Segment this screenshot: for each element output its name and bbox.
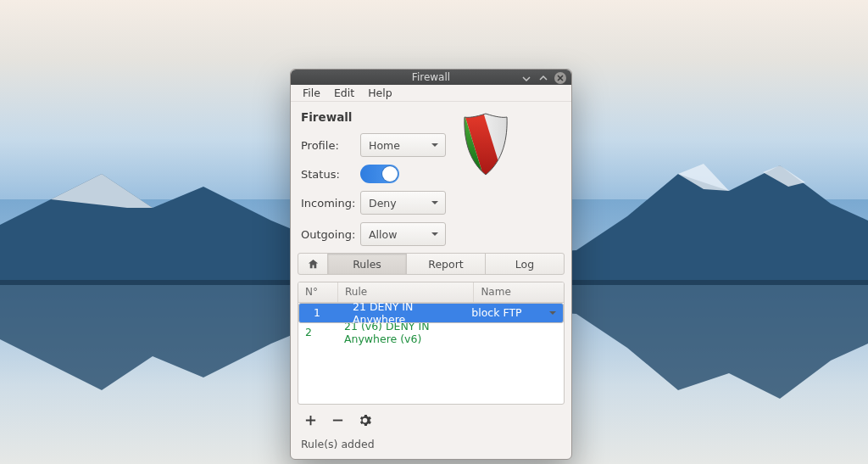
table-row[interactable]: 221 (v6) DENY IN Anywhere (v6) bbox=[298, 323, 564, 342]
tab-log[interactable]: Log bbox=[486, 254, 564, 273]
status-bar: Rule(s) added bbox=[301, 438, 561, 450]
shield-icon bbox=[461, 112, 510, 178]
cell-number: 1 bbox=[307, 306, 346, 319]
profile-label: Profile: bbox=[301, 139, 360, 152]
col-rule[interactable]: Rule bbox=[338, 282, 474, 302]
incoming-label: Incoming: bbox=[301, 197, 360, 210]
maximize-button[interactable] bbox=[537, 72, 549, 84]
svg-rect-1 bbox=[332, 420, 342, 422]
profile-select[interactable]: Home bbox=[360, 133, 446, 157]
menu-bar: File Edit Help bbox=[291, 85, 571, 102]
outgoing-label: Outgoing: bbox=[301, 228, 360, 241]
tab-rules[interactable]: Rules bbox=[328, 254, 407, 273]
title-bar[interactable]: Firewall bbox=[291, 70, 571, 85]
add-rule-button[interactable] bbox=[303, 413, 318, 428]
incoming-select[interactable]: Deny bbox=[360, 191, 446, 215]
table-row[interactable]: 121 DENY IN Anywhereblock FTP bbox=[298, 303, 564, 323]
close-button[interactable] bbox=[554, 72, 566, 84]
section-heading: Firewall bbox=[301, 110, 446, 124]
minus-icon bbox=[331, 414, 344, 427]
status-toggle[interactable] bbox=[360, 165, 399, 183]
menu-edit[interactable]: Edit bbox=[327, 85, 361, 101]
outgoing-select[interactable]: Allow bbox=[360, 222, 446, 246]
cell-number: 2 bbox=[298, 326, 337, 338]
status-label: Status: bbox=[301, 168, 360, 181]
menu-file[interactable]: File bbox=[296, 85, 327, 101]
window-title: Firewall bbox=[412, 71, 450, 83]
rule-action-bar bbox=[298, 410, 565, 431]
gear-icon bbox=[359, 414, 371, 427]
settings-button[interactable] bbox=[357, 413, 372, 428]
cell-rule: 21 DENY IN Anywhere bbox=[346, 303, 465, 326]
tab-home[interactable] bbox=[298, 254, 328, 273]
col-name[interactable]: Name bbox=[474, 282, 564, 302]
tab-bar: Rules Report Log bbox=[298, 253, 565, 274]
home-icon bbox=[307, 258, 320, 271]
cell-name: block FTP bbox=[465, 306, 544, 319]
minimize-button[interactable] bbox=[520, 72, 532, 84]
plus-icon bbox=[304, 414, 317, 427]
firewall-window: Firewall File Edit Help Firewall Profile… bbox=[290, 69, 572, 460]
col-number[interactable]: N° bbox=[298, 282, 338, 302]
tab-report[interactable]: Report bbox=[407, 254, 486, 273]
menu-help[interactable]: Help bbox=[361, 85, 399, 101]
rules-table: N° Rule Name 121 DENY IN Anywhereblock F… bbox=[298, 282, 565, 405]
remove-rule-button[interactable] bbox=[330, 413, 345, 428]
